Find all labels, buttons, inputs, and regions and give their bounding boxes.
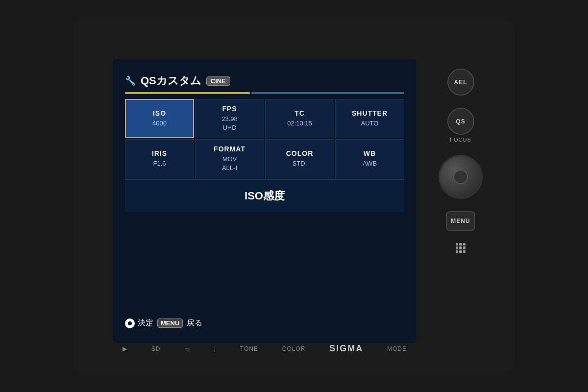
color-label: COLOR [286,149,314,157]
screen-footer: 決定 MENU 戻る [125,311,404,328]
progress-bar-1 [125,92,250,94]
iso-label: ISO [153,109,166,117]
menu-badge[interactable]: MENU [157,318,183,328]
tc-value: 02:10:15 [287,119,312,128]
settings-grid: ISO 4000 FPS 23.98UHD TC 02:10:15 SHUTTE… [125,99,404,178]
fps-cell[interactable]: FPS 23.98UHD [195,99,264,138]
description-bar: ISO感度 [125,179,404,212]
tc-label: TC [294,109,305,117]
color-bottom-label: COLOR [282,345,306,352]
fps-value: 23.98UHD [221,115,238,132]
screen-header: 🔧 QSカスタム CINE [125,74,404,88]
confirm-button[interactable]: 決定 [125,318,153,328]
iris-value: F1.6 [153,159,166,168]
sigma-logo: SIGMA [329,343,363,354]
sd-label: SD [151,345,161,352]
camera-body: 🔧 QSカスタム CINE ISO 4000 FPS 23.98UHD TC 0… [74,20,514,372]
screen-title: QSカスタム [141,74,201,88]
bottom-bar: ▶ SD ▭ | TONE COLOR SIGMA MODE [113,340,416,358]
confirm-label: 決定 [138,318,153,328]
menu-group: MENU [446,211,475,231]
color-value: STD. [293,159,307,168]
ael-button[interactable]: AEL [447,69,474,96]
separator: | [214,345,216,352]
format-label: FORMAT [214,145,245,153]
right-controls: AEL QS FOCUS MENU [421,59,500,343]
cine-badge: CINE [206,76,230,86]
progress-bar-2 [251,92,404,94]
iris-label: IRIS [152,149,167,157]
qs-group: QS FOCUS [447,108,474,143]
back-label: 戻る [187,318,202,328]
grid-icon [456,243,466,253]
wb-value: AWB [363,159,377,168]
menu-button[interactable]: MENU [446,211,475,231]
ael-label: AEL [454,79,467,86]
format-cell[interactable]: FORMAT MOVALL-I [195,139,264,178]
shutter-cell[interactable]: SHUTTER AUTO [335,99,404,138]
tc-cell[interactable]: TC 02:10:15 [265,99,334,138]
description-text: ISO感度 [245,190,285,202]
navigation-dial[interactable] [439,155,483,199]
circle-inner [128,321,132,325]
focus-label: FOCUS [450,137,471,143]
shutter-value: AUTO [361,119,379,128]
color-cell[interactable]: COLOR STD. [265,139,334,178]
circle-icon [125,318,135,328]
iris-cell[interactable]: IRIS F1.6 [125,139,194,178]
camera-screen: 🔧 QSカスタム CINE ISO 4000 FPS 23.98UHD TC 0… [113,59,416,343]
wrench-icon: 🔧 [125,75,136,86]
mode-label: MODE [387,345,407,352]
fps-label: FPS [222,105,237,113]
tone-label: TONE [240,345,258,352]
progress-bars [125,92,404,94]
iso-value: 4000 [152,119,167,128]
dial-center[interactable] [453,170,468,184]
wb-label: WB [364,149,376,157]
frame-icon: ▭ [184,345,190,352]
play-icon: ▶ [122,345,127,352]
grid-button[interactable] [456,243,466,253]
qs-label: QS [456,118,465,125]
ael-group: AEL [447,69,474,96]
qs-button[interactable]: QS [447,108,474,135]
wb-cell[interactable]: WB AWB [335,139,404,178]
menu-label: MENU [451,218,470,224]
shutter-label: SHUTTER [352,109,388,117]
format-value: MOVALL-I [222,155,237,172]
iso-cell[interactable]: ISO 4000 [125,99,194,138]
